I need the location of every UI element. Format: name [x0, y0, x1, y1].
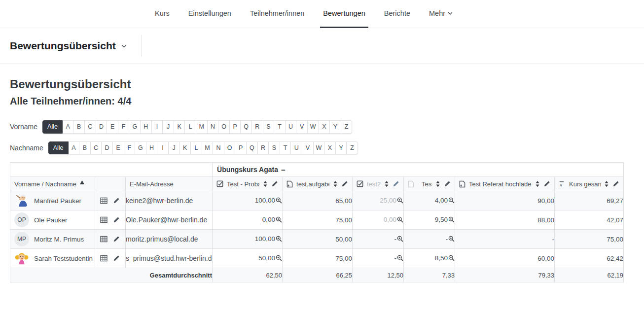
sort-updown-icon[interactable]	[435, 180, 440, 187]
lastname-all-button[interactable]: Alle	[48, 141, 69, 155]
firstname-letter-button[interactable]: V	[296, 120, 308, 134]
firstname-letter-button[interactable]: N	[207, 120, 219, 134]
edit-pencil-icon[interactable]	[393, 180, 399, 187]
avatar[interactable]	[14, 193, 29, 208]
edit-pencil-icon[interactable]	[113, 197, 120, 204]
lastname-letter-button[interactable]: H	[146, 141, 158, 155]
grade-analysis-magnifier-icon[interactable]	[448, 198, 455, 205]
grade-analysis-magnifier-icon[interactable]	[276, 255, 282, 263]
report-selector-dropdown[interactable]: Bewertungsübersicht	[10, 40, 127, 52]
sort-updown-icon[interactable]	[263, 180, 268, 187]
lastname-letter-button[interactable]: R	[257, 141, 269, 155]
column-sort-link[interactable]: Test Referat hochladen	[469, 180, 532, 188]
firstname-letter-button[interactable]: P	[229, 120, 241, 134]
grade-analysis-magnifier-icon[interactable]	[276, 236, 282, 244]
lastname-letter-button[interactable]: J	[168, 141, 180, 155]
firstname-letter-button[interactable]: D	[96, 120, 107, 134]
lastname-letter-button[interactable]: O	[224, 141, 236, 155]
lastname-letter-button[interactable]: U	[290, 141, 302, 155]
lastname-letter-button[interactable]: M	[202, 141, 214, 155]
tab-teilnehmer[interactable]: Teilnehmer/innen	[247, 0, 307, 28]
firstname-letter-button[interactable]: S	[263, 120, 275, 134]
grade-analysis-magnifier-icon[interactable]	[448, 217, 455, 224]
tab-einstellungen[interactable]: Einstellungen	[185, 0, 234, 28]
grade-analysis-magnifier-icon[interactable]	[397, 236, 403, 244]
avatar[interactable]: MP	[14, 232, 29, 246]
firstname-letter-button[interactable]: J	[162, 120, 174, 134]
sort-updown-icon[interactable]	[535, 180, 540, 187]
tab-mehr[interactable]: Mehr	[426, 0, 456, 28]
edit-pencil-icon[interactable]	[271, 180, 278, 187]
firstname-letter-button[interactable]: B	[73, 120, 85, 134]
grade-analysis-magnifier-icon[interactable]	[276, 217, 282, 224]
firstname-letter-button[interactable]: T	[274, 120, 286, 134]
firstname-letter-button[interactable]: R	[251, 120, 263, 134]
lastname-letter-button[interactable]: E	[112, 141, 124, 155]
lastname-letter-button[interactable]: C	[90, 141, 102, 155]
avatar[interactable]	[14, 251, 29, 266]
grade-analysis-magnifier-icon[interactable]	[397, 255, 403, 263]
lastname-letter-button[interactable]: A	[68, 141, 80, 155]
lastname-letter-button[interactable]: L	[190, 141, 202, 155]
firstname-letter-button[interactable]: C	[84, 120, 96, 134]
column-sort-link[interactable]: Test - Proba	[227, 180, 259, 188]
edit-pencil-icon[interactable]	[113, 255, 120, 262]
firstname-letter-button[interactable]: I	[151, 120, 163, 134]
collapse-category-icon[interactable]: −	[281, 166, 286, 174]
firstname-letter-button[interactable]: Q	[240, 120, 252, 134]
student-name-link[interactable]: Moritz M. Primus	[34, 236, 84, 243]
lastname-letter-button[interactable]: G	[135, 141, 146, 155]
lastname-letter-button[interactable]: Z	[346, 141, 358, 155]
firstname-letter-button[interactable]: W	[307, 120, 319, 134]
single-view-grid-icon[interactable]	[100, 216, 107, 223]
lastname-letter-button[interactable]: I	[157, 141, 169, 155]
edit-pencil-icon[interactable]	[444, 180, 451, 187]
firstname-letter-button[interactable]: X	[319, 120, 330, 134]
edit-pencil-icon[interactable]	[543, 180, 550, 187]
lastname-letter-button[interactable]: B	[79, 141, 91, 155]
firstname-all-button[interactable]: Alle	[42, 120, 63, 134]
student-name-link[interactable]: Ole Pauker	[34, 216, 68, 224]
firstname-letter-button[interactable]: H	[140, 120, 152, 134]
lastname-letter-button[interactable]: P	[235, 141, 247, 155]
edit-pencil-icon[interactable]	[341, 180, 348, 187]
student-name-link[interactable]: Sarah Teststudentin	[34, 255, 93, 262]
firstname-letter-button[interactable]: U	[285, 120, 297, 134]
name-sort-link[interactable]: Vorname / Nachname	[14, 180, 76, 188]
firstname-letter-button[interactable]: M	[196, 120, 208, 134]
firstname-letter-button[interactable]: E	[107, 120, 118, 134]
lastname-letter-button[interactable]: S	[268, 141, 280, 155]
grade-analysis-magnifier-icon[interactable]	[448, 255, 455, 263]
grade-analysis-magnifier-icon[interactable]	[397, 198, 403, 205]
firstname-letter-button[interactable]: K	[174, 120, 185, 134]
grade-analysis-magnifier-icon[interactable]	[276, 198, 282, 205]
single-view-grid-icon[interactable]	[100, 197, 107, 204]
firstname-letter-button[interactable]: A	[62, 120, 74, 134]
column-sort-link[interactable]: test2	[367, 180, 381, 188]
lastname-letter-button[interactable]: W	[313, 141, 325, 155]
sort-updown-icon[interactable]	[333, 180, 338, 187]
lastname-letter-button[interactable]: X	[324, 141, 336, 155]
column-sort-link[interactable]: Test3	[422, 180, 432, 188]
firstname-letter-button[interactable]: F	[118, 120, 130, 134]
sort-updown-icon[interactable]	[384, 180, 389, 187]
single-view-grid-icon[interactable]	[100, 236, 107, 243]
tab-berichte[interactable]: Berichte	[381, 0, 413, 28]
lastname-letter-button[interactable]: F	[124, 141, 136, 155]
single-view-grid-icon[interactable]	[100, 255, 107, 262]
lastname-letter-button[interactable]: V	[302, 141, 314, 155]
firstname-letter-button[interactable]: Y	[329, 120, 341, 134]
column-sort-link[interactable]: test.aufgabe	[296, 180, 329, 188]
firstname-letter-button[interactable]: G	[129, 120, 141, 134]
edit-pencil-icon[interactable]	[113, 236, 120, 243]
lastname-letter-button[interactable]: Q	[246, 141, 258, 155]
sort-updown-icon[interactable]	[604, 180, 609, 187]
lastname-letter-button[interactable]: Y	[335, 141, 347, 155]
lastname-letter-button[interactable]: N	[213, 141, 224, 155]
student-name-link[interactable]: Manfred Pauker	[34, 197, 81, 205]
tab-kurs[interactable]: Kurs	[152, 0, 173, 28]
edit-pencil-icon[interactable]	[612, 180, 619, 187]
edit-pencil-icon[interactable]	[113, 216, 120, 223]
grade-analysis-magnifier-icon[interactable]	[448, 236, 455, 244]
lastname-letter-button[interactable]: K	[179, 141, 191, 155]
